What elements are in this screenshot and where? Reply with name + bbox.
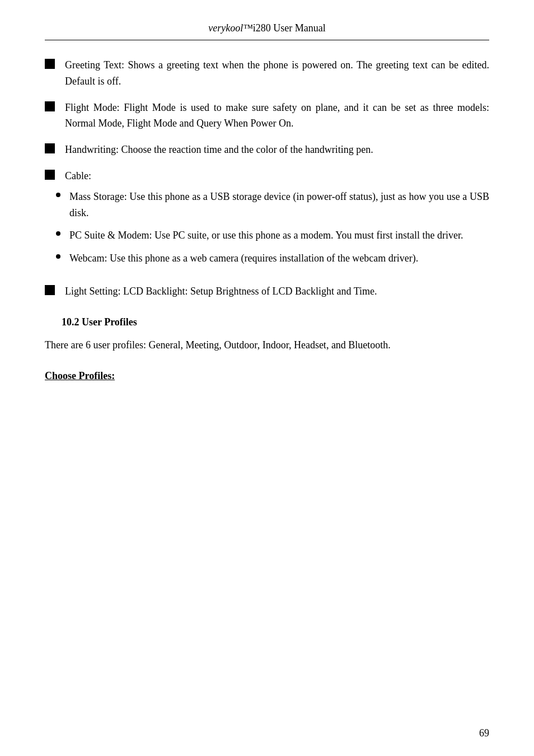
handwriting-text: Handwriting: Choose the reaction time an… bbox=[65, 142, 489, 158]
header-title: verykool™i280 User Manual bbox=[208, 22, 326, 34]
main-bullet-list: Greeting Text: Shows a greeting text whe… bbox=[45, 57, 489, 300]
flight-mode-text: Flight Mode: Flight Mode is used to make… bbox=[65, 100, 489, 132]
list-item: Cable: Mass Storage: Use this phone as a… bbox=[45, 168, 489, 273]
bullet-square-icon bbox=[45, 59, 55, 69]
list-item: Light Setting: LCD Backlight: Setup Brig… bbox=[45, 283, 489, 300]
greeting-text: Greeting Text: Shows a greeting text whe… bbox=[65, 57, 489, 90]
choose-profiles-heading: Choose Profiles: bbox=[45, 370, 489, 382]
bullet-square-icon bbox=[45, 170, 55, 180]
page: verykool™i280 User Manual Greeting Text:… bbox=[0, 0, 534, 756]
bullet-circle-icon bbox=[56, 231, 60, 236]
list-item: Webcam: Use this phone as a web camera (… bbox=[56, 250, 489, 267]
bullet-square-icon bbox=[45, 101, 55, 111]
webcam-text: Webcam: Use this phone as a web camera (… bbox=[69, 250, 489, 267]
page-header: verykool™i280 User Manual bbox=[45, 22, 489, 40]
bullet-square-icon bbox=[45, 143, 55, 153]
list-item: Mass Storage: Use this phone as a USB st… bbox=[56, 189, 489, 221]
list-item: Handwriting: Choose the reaction time an… bbox=[45, 142, 489, 158]
mass-storage-text: Mass Storage: Use this phone as a USB st… bbox=[69, 189, 489, 221]
section-10-2-paragraph: There are 6 user profiles: General, Meet… bbox=[45, 337, 489, 354]
section-10-2-heading: 10.2 User Profiles bbox=[62, 316, 489, 328]
bullet-square-icon bbox=[45, 285, 55, 295]
main-content: Greeting Text: Shows a greeting text whe… bbox=[45, 57, 489, 382]
bullet-circle-icon bbox=[56, 254, 60, 259]
sub-bullet-list: Mass Storage: Use this phone as a USB st… bbox=[56, 189, 489, 273]
cable-text: Cable: bbox=[65, 168, 91, 184]
list-item: PC Suite & Modem: Use PC suite, or use t… bbox=[56, 227, 489, 244]
bullet-circle-icon bbox=[56, 193, 60, 197]
list-item: Flight Mode: Flight Mode is used to make… bbox=[45, 100, 489, 132]
page-number: 69 bbox=[479, 727, 489, 739]
list-item: Greeting Text: Shows a greeting text whe… bbox=[45, 57, 489, 90]
light-setting-text: Light Setting: LCD Backlight: Setup Brig… bbox=[65, 283, 489, 300]
pc-suite-text: PC Suite & Modem: Use PC suite, or use t… bbox=[69, 227, 489, 244]
